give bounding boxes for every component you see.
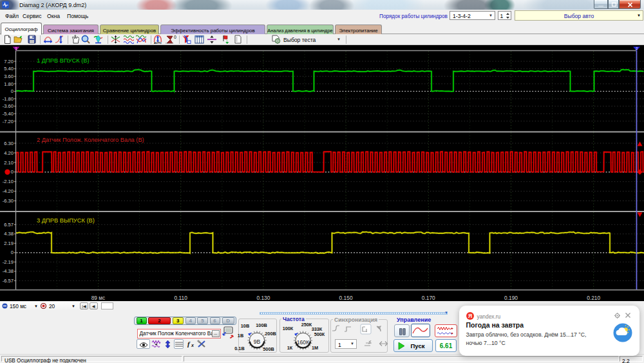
svg-text:0.170: 0.170: [422, 295, 435, 301]
svg-text:0.210: 0.210: [587, 295, 600, 301]
svg-text:6.30: 6.30: [4, 141, 14, 146]
svg-text:4.20: 4.20: [4, 150, 14, 156]
svg-text:0.190: 0.190: [504, 295, 518, 301]
svg-text:2.19: 2.19: [4, 240, 14, 246]
svg-text:100В: 100В: [256, 322, 267, 328]
svg-text:1 ДПРВ ВПУСК (В): 1 ДПРВ ВПУСК (В): [37, 57, 90, 64]
svg-text:-7.20: -7.20: [3, 119, 14, 124]
svg-text:10В: 10В: [241, 323, 249, 329]
svg-text:500В: 500В: [263, 346, 274, 352]
svg-text:89 мс: 89 мс: [91, 295, 106, 301]
svg-text:0: 0: [174, 35, 176, 39]
svg-text:0.150: 0.150: [339, 295, 353, 301]
svg-text:2 Датчик Полож. Коленчатого Ва: 2 Датчик Полож. Коленчатого Вала (В): [37, 137, 144, 143]
svg-text:1М: 1М: [312, 345, 318, 351]
svg-text:1К: 1К: [287, 345, 293, 351]
svg-text:3.60: 3.60: [4, 74, 14, 79]
svg-text:0.110: 0.110: [175, 295, 188, 301]
svg-text:-4.20: -4.20: [3, 188, 14, 194]
svg-text:-6.57: -6.57: [3, 278, 14, 284]
svg-text:Я: Я: [468, 313, 471, 319]
svg-text:0.130: 0.130: [256, 295, 270, 301]
svg-text:6.57: 6.57: [4, 222, 14, 228]
svg-text:-6.30: -6.30: [3, 198, 14, 204]
svg-text:-3.60: -3.60: [3, 103, 14, 109]
svg-text:3 ДПРВ ВЫПУСК (В): 3 ДПРВ ВЫПУСК (В): [37, 217, 95, 224]
svg-text:5.40: 5.40: [4, 66, 14, 72]
svg-text:4.38: 4.38: [4, 231, 14, 237]
svg-text:0: 0: [11, 250, 14, 255]
svg-text:9В: 9В: [254, 338, 261, 345]
svg-text:0: 0: [11, 88, 14, 94]
svg-text:-2.19: -2.19: [3, 259, 14, 265]
svg-text:-5.40: -5.40: [3, 111, 14, 117]
svg-text:-1.80: -1.80: [3, 96, 14, 102]
svg-text:200В: 200В: [265, 331, 276, 337]
svg-text:0: 0: [11, 169, 14, 175]
svg-text:AUTO: AUTO: [154, 41, 162, 44]
svg-text:2: 2: [636, 46, 638, 50]
svg-text:500К: 500К: [314, 331, 325, 337]
svg-text:1: 1: [15, 46, 17, 50]
svg-text:160К: 160К: [297, 339, 309, 346]
svg-text:2.10: 2.10: [4, 160, 14, 166]
svg-text:100К: 100К: [283, 326, 294, 331]
svg-text:250К: 250К: [301, 322, 312, 328]
svg-text:1В: 1В: [238, 333, 243, 338]
svg-text:1.80: 1.80: [4, 81, 14, 87]
svg-text:-4.38: -4.38: [3, 268, 14, 274]
svg-text:7.20: 7.20: [4, 59, 14, 64]
svg-text:-2.10: -2.10: [3, 179, 14, 184]
svg-text:0.1В: 0.1В: [234, 346, 244, 351]
